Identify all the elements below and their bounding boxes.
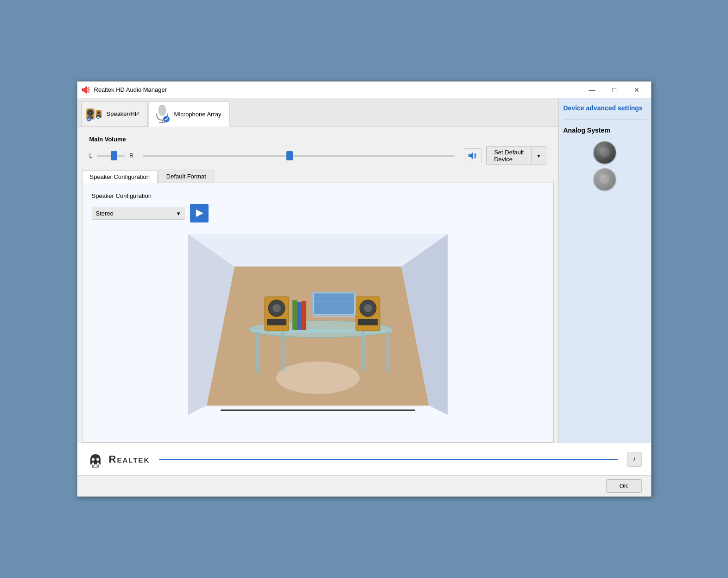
realtek-logo-icon [87, 451, 104, 468]
svg-point-35 [364, 304, 372, 312]
svg-rect-42 [314, 293, 354, 314]
sub-tab-bar: Speaker Configuration Default Format [82, 170, 554, 183]
svg-marker-0 [82, 86, 87, 94]
mic-icon [154, 106, 171, 122]
room-svg [179, 211, 457, 424]
content-area: Speaker/HP [77, 98, 558, 443]
minimize-button[interactable]: — [582, 83, 603, 97]
vol-left-letter: L [89, 152, 93, 159]
balance-slider[interactable] [97, 155, 125, 157]
info-button[interactable]: i [627, 452, 642, 467]
sidebar-divider [563, 120, 646, 120]
maximize-button[interactable]: □ [604, 83, 625, 97]
balance-thumb[interactable] [111, 151, 117, 160]
config-label: Speaker Configuration [92, 192, 544, 199]
set-default-label[interactable]: Set DefaultDevice [486, 146, 531, 165]
tab-microphone[interactable]: Microphone Array [149, 102, 230, 127]
tab-bar: Speaker/HP [77, 98, 558, 127]
volume-row: L R [89, 146, 546, 165]
svg-rect-37 [292, 300, 297, 330]
svg-point-46 [600, 175, 609, 184]
set-default-dropdown[interactable]: ▼ [532, 146, 546, 165]
ok-button[interactable]: OK [606, 479, 642, 493]
svg-point-48 [96, 458, 99, 461]
vol-right-letter: R [129, 152, 133, 159]
volume-section: Main Volume L R [82, 131, 554, 170]
volume-thumb[interactable] [286, 151, 293, 160]
analog-input-circle[interactable] [594, 168, 616, 191]
tab-speaker-label: Speaker/HP [107, 110, 139, 117]
footer: Realtek i [77, 443, 651, 475]
speaker-icon [86, 106, 103, 122]
realtek-logo: Realtek [87, 451, 150, 468]
svg-rect-12 [159, 105, 165, 115]
tab-microphone-label: Microphone Array [174, 111, 222, 118]
speaker-config-dropdown[interactable]: Stereo ▾ [92, 207, 184, 220]
svg-rect-32 [267, 319, 286, 325]
svg-point-31 [272, 304, 281, 312]
tab-speaker[interactable]: Speaker/HP [81, 101, 148, 126]
svg-rect-26 [386, 331, 390, 373]
sidebar: Device advanced settings Analog System [558, 98, 651, 443]
svg-point-9 [98, 112, 100, 114]
svg-point-4 [89, 111, 91, 114]
svg-rect-25 [255, 331, 259, 373]
window-controls: — □ ✕ [582, 83, 647, 97]
sub-tab-speaker-config[interactable]: Speaker Configuration [82, 170, 158, 183]
svg-rect-28 [361, 331, 365, 371]
mute-button[interactable] [464, 148, 481, 163]
speaker-config-panel: Speaker Configuration Stereo ▾ [82, 183, 554, 443]
svg-rect-40 [313, 315, 355, 318]
footer-line [159, 459, 617, 460]
svg-rect-36 [358, 319, 378, 325]
main-layout: Speaker/HP [77, 98, 651, 443]
window-title: Realtek HD Audio Manager [94, 86, 582, 93]
volume-label: Main Volume [89, 136, 546, 143]
svg-rect-38 [297, 302, 302, 330]
volume-slider[interactable] [143, 155, 455, 157]
svg-rect-27 [281, 331, 285, 371]
analog-output-circle[interactable] [594, 141, 616, 164]
svg-rect-39 [302, 301, 306, 330]
realtek-text: Realtek [109, 453, 150, 465]
main-window: Realtek HD Audio Manager — □ ✕ [77, 81, 652, 497]
title-bar: Realtek HD Audio Manager — □ ✕ [77, 82, 651, 98]
close-button[interactable]: ✕ [626, 83, 647, 97]
analog-system-label: Analog System [563, 127, 646, 134]
svg-point-47 [92, 458, 95, 461]
set-default-button[interactable]: Set DefaultDevice ▼ [486, 146, 546, 165]
svg-point-45 [600, 148, 609, 157]
sub-tab-default-format[interactable]: Default Format [158, 170, 214, 183]
device-advanced-settings-link[interactable]: Device advanced settings [563, 104, 646, 112]
svg-point-18 [276, 362, 360, 394]
app-icon [81, 85, 90, 95]
room-scene [179, 211, 457, 424]
ok-row: OK [77, 475, 651, 496]
svg-marker-16 [468, 152, 473, 159]
